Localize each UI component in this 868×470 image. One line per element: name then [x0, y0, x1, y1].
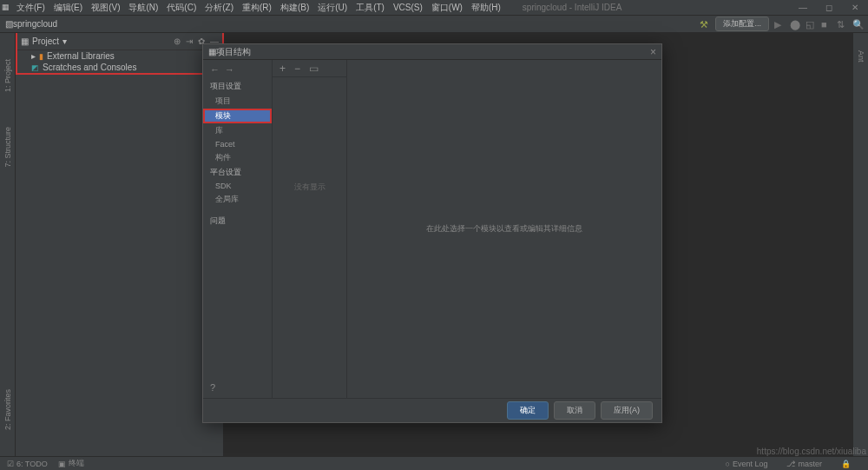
window-title: springcloud - IntelliJ IDEA: [523, 3, 622, 12]
menu-vcs[interactable]: VCS(S): [389, 3, 427, 12]
project-panel: ▦ Project ▾ ⊕ ⇥ ✿ — ▸ ▮ External Librari…: [16, 33, 224, 75]
project-panel-empty: [16, 75, 224, 456]
nav-item-modules[interactable]: 模块: [203, 109, 272, 123]
dialog-nav: ← → 项目设置 项目 模块 库 Facet 构件 平台设置 SDK 全局库 问…: [203, 60, 273, 398]
status-event-log[interactable]: ○ Event Log: [726, 460, 768, 468]
tree-item-scratches[interactable]: ◩ Scratches and Consoles: [17, 62, 222, 73]
target-icon[interactable]: ⊕: [174, 36, 181, 46]
build-icon[interactable]: ⚒: [700, 19, 710, 30]
debug-icon[interactable]: ⬤: [790, 19, 800, 30]
cancel-button[interactable]: 取消: [554, 401, 595, 420]
run-icon[interactable]: ▶: [774, 19, 785, 30]
run-config-button[interactable]: 添加配置...: [715, 17, 769, 31]
chevron-right-icon: ▸: [31, 51, 36, 61]
dialog-detail-pane: 在此处选择一个模块以查看或编辑其详细信息: [347, 60, 661, 398]
left-tool-strip: 1: Project 7: Structure 2: Favorites: [0, 33, 16, 456]
right-tab-ant[interactable]: Ant: [857, 50, 865, 63]
dialog-icon: ▦: [208, 47, 216, 56]
breadcrumb[interactable]: springcloud: [13, 19, 57, 29]
nav-item-global-libs[interactable]: 全局库: [203, 192, 272, 207]
watermark: https://blog.csdn.net/xiualiba: [757, 447, 866, 456]
dialog-close-icon[interactable]: ×: [650, 46, 656, 58]
status-bar: ☑ 6: TODO ▣ 终端 ○ Event Log ⎇ master 🔒: [0, 456, 868, 470]
help-icon[interactable]: ?: [203, 377, 272, 398]
collapse-icon[interactable]: ⇥: [186, 36, 193, 46]
tree-label: External Libraries: [47, 51, 115, 61]
nav-section-project: 项目设置: [203, 79, 272, 94]
menu-analyze[interactable]: 分析(Z): [201, 2, 238, 14]
chevron-down-icon: ▾: [62, 36, 67, 46]
right-tool-strip: Ant: [852, 33, 868, 456]
menu-code[interactable]: 代码(C): [162, 2, 201, 14]
dialog-title: 项目结构: [216, 46, 251, 58]
coverage-icon[interactable]: ◱: [806, 19, 816, 30]
menu-navigate[interactable]: 导航(N): [124, 2, 162, 14]
remove-icon[interactable]: −: [294, 63, 300, 75]
dialog-body: ← → 项目设置 项目 模块 库 Facet 构件 平台设置 SDK 全局库 问…: [203, 60, 661, 398]
library-icon: ▮: [39, 52, 43, 61]
scratch-icon: ◩: [31, 63, 39, 72]
dialog-title-bar: ▦ 项目结构 ×: [203, 44, 661, 60]
status-lock-icon[interactable]: 🔒: [841, 460, 851, 468]
project-title: Project: [32, 36, 59, 46]
ide-logo-icon: ▦: [2, 3, 12, 13]
apply-button[interactable]: 应用(A): [601, 401, 653, 420]
status-git-branch[interactable]: ⎇ master: [786, 460, 822, 468]
maximize-icon[interactable]: ◻: [816, 3, 842, 12]
stop-icon[interactable]: ■: [821, 19, 832, 30]
project-view-selector[interactable]: ▦ Project ▾: [21, 36, 67, 46]
menu-edit[interactable]: 编辑(E): [49, 2, 87, 14]
project-panel-header: ▦ Project ▾ ⊕ ⇥ ✿ —: [17, 33, 222, 50]
dialog-footer: 确定 取消 应用(A): [203, 398, 661, 422]
menu-file[interactable]: 文件(F): [12, 2, 49, 14]
ok-button[interactable]: 确定: [507, 401, 549, 420]
menu-tools[interactable]: 工具(T): [352, 2, 389, 14]
status-terminal[interactable]: ▣ 终端: [58, 458, 84, 469]
menu-view[interactable]: 视图(V): [87, 2, 124, 14]
menu-run[interactable]: 运行(U): [313, 2, 352, 14]
menu-bar: ▦ 文件(F) 编辑(E) 视图(V) 导航(N) 代码(C) 分析(Z) 重构…: [0, 0, 868, 16]
search-icon[interactable]: 🔍: [852, 19, 863, 30]
nav-item-sdk[interactable]: SDK: [203, 180, 272, 192]
left-tab-favorites[interactable]: 2: Favorites: [3, 389, 12, 430]
vcs-icon[interactable]: ⇅: [837, 19, 847, 30]
nav-item-libraries[interactable]: 库: [203, 123, 272, 138]
tree-label: Scratches and Consoles: [43, 63, 136, 72]
menu-window[interactable]: 窗口(W): [427, 2, 467, 14]
left-tab-structure[interactable]: 7: Structure: [3, 127, 12, 168]
menu-help[interactable]: 帮助(H): [467, 2, 505, 14]
add-icon[interactable]: +: [279, 63, 286, 75]
left-tab-project[interactable]: 1: Project: [3, 59, 12, 92]
close-icon[interactable]: ✕: [842, 3, 868, 12]
project-folder-icon: ▧: [5, 19, 13, 29]
menu-build[interactable]: 构建(B): [276, 2, 313, 14]
module-list-empty: 没有显示: [273, 77, 346, 193]
copy-icon[interactable]: ▭: [309, 63, 319, 75]
status-todo[interactable]: ☑ 6: TODO: [7, 460, 48, 468]
module-list-toolbar: + − ▭: [273, 60, 346, 77]
nav-section-platform: 平台设置: [203, 165, 272, 180]
minimize-icon[interactable]: —: [790, 3, 816, 12]
project-icon: ▦: [21, 36, 29, 46]
dialog-module-list: + − ▭ 没有显示: [273, 60, 347, 398]
tree-item-external-libraries[interactable]: ▸ ▮ External Libraries: [17, 50, 222, 62]
nav-section-problems[interactable]: 问题: [203, 214, 272, 228]
nav-item-artifacts[interactable]: 构件: [203, 150, 272, 165]
toolbar: ▧ springcloud ⚒ 添加配置... ▶ ⬤ ◱ ■ ⇅ 🔍: [0, 16, 868, 33]
nav-item-project[interactable]: 项目: [203, 94, 272, 109]
back-button[interactable]: ← →: [203, 60, 272, 79]
detail-placeholder: 在此处选择一个模块以查看或编辑其详细信息: [426, 223, 582, 235]
menu-refactor[interactable]: 重构(R): [238, 2, 276, 14]
nav-item-facets[interactable]: Facet: [203, 138, 272, 150]
project-structure-dialog: ▦ 项目结构 × ← → 项目设置 项目 模块 库 Facet 构件 平台设置 …: [202, 43, 662, 423]
